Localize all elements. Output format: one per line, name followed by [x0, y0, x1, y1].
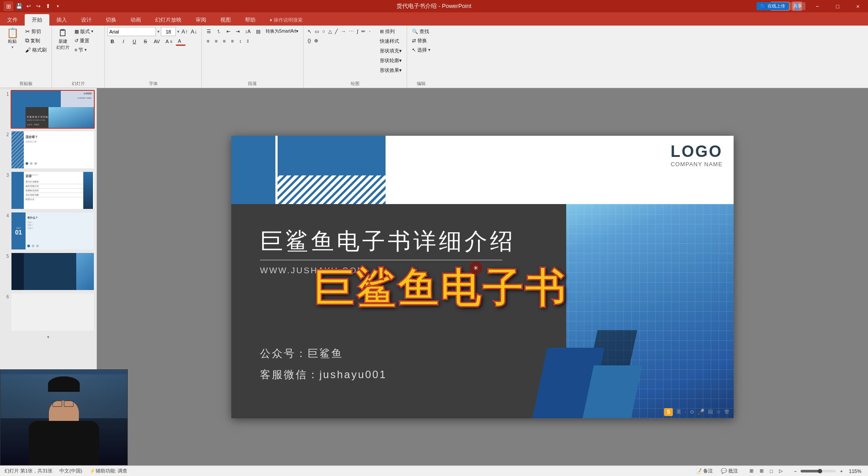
- convert-smartart-button[interactable]: 转换为SmartArt▾: [263, 27, 300, 36]
- justify-button[interactable]: ≡: [229, 37, 236, 45]
- shape-callout-button[interactable]: ⬝: [367, 27, 373, 36]
- zoom-in-button[interactable]: +: [838, 467, 845, 476]
- tab-slideshow[interactable]: 幻灯片放映: [148, 14, 189, 26]
- slide-thumb-1[interactable]: 1 LOGO COMPANY NAME 巨鲨鱼电子书详细介绍 WWW.JUSHA…: [2, 90, 95, 129]
- online-upload-button[interactable]: 🔵 在线上传: [757, 2, 789, 10]
- tab-animations[interactable]: 动画: [123, 14, 148, 26]
- font-color-button[interactable]: A: [176, 37, 185, 46]
- copy-button[interactable]: ⧉ 复制: [23, 36, 49, 45]
- redo-icon[interactable]: ↪: [34, 2, 42, 10]
- scroll-indicator: ▼: [2, 333, 95, 341]
- font-size-arrow[interactable]: ▾: [177, 29, 179, 34]
- underline-button[interactable]: U: [130, 37, 139, 46]
- tab-design[interactable]: 设计: [74, 14, 99, 26]
- shape-freeform-button[interactable]: ✏: [360, 27, 367, 36]
- minimize-button[interactable]: −: [807, 0, 827, 12]
- shape-outline-button[interactable]: 形状轮廓▾: [378, 56, 404, 65]
- increase-font-button[interactable]: A↑: [181, 27, 189, 36]
- align-left-button[interactable]: ≡: [204, 37, 211, 45]
- replace-button[interactable]: ⇄ 替换: [410, 36, 433, 45]
- decrease-font-button[interactable]: A↓: [190, 27, 198, 36]
- section-label: 节: [78, 47, 83, 53]
- section-button[interactable]: ≡ 节 ▾: [72, 45, 96, 54]
- text-shadow-button[interactable]: As: [163, 37, 174, 46]
- sogou-icon: S: [664, 408, 673, 416]
- shape-arrow-button[interactable]: →: [340, 27, 347, 36]
- close-button[interactable]: ×: [848, 0, 868, 12]
- tab-transitions[interactable]: 切换: [99, 14, 123, 26]
- cut-button[interactable]: ✂ 剪切: [23, 27, 49, 36]
- office-icon[interactable]: ⊞: [4, 1, 13, 11]
- layout-button[interactable]: ▦ 版式 ▾: [72, 27, 96, 36]
- shape-curve-button[interactable]: ∫: [356, 27, 360, 36]
- shape-fill-button[interactable]: 形状填充▾: [378, 46, 404, 55]
- shape-circle-button[interactable]: ○: [321, 27, 326, 36]
- bullet-list-button[interactable]: ☰: [204, 27, 213, 36]
- shape-rect-button[interactable]: ▭: [313, 27, 320, 36]
- align-center-button[interactable]: ≡: [212, 37, 219, 45]
- slide-sorter-button[interactable]: ⊞: [757, 467, 766, 476]
- arrange-button[interactable]: ⊞ 排列: [378, 27, 404, 36]
- align-text-button[interactable]: ▤: [254, 27, 263, 36]
- tab-home[interactable]: 开始: [25, 14, 49, 26]
- tab-view[interactable]: 视图: [213, 14, 238, 26]
- slide-thumb-3[interactable]: 3 目录 CONTENTS 货代行业概述 服务范围介绍 收费标准说明 合作流程详…: [2, 171, 95, 210]
- zoom-percent[interactable]: 115%: [847, 467, 864, 476]
- shape-more-button[interactable]: ⋯: [348, 27, 355, 36]
- font-family-arrow[interactable]: ▾: [157, 29, 160, 34]
- format-painter-button[interactable]: 🖌 格式刷: [23, 45, 49, 54]
- bold-button[interactable]: B: [108, 37, 117, 46]
- share-button[interactable]: 共享: [790, 2, 805, 10]
- zoom-out-button[interactable]: −: [792, 467, 799, 476]
- normal-view-button[interactable]: ⊞: [747, 467, 756, 476]
- strikethrough-button[interactable]: S: [141, 37, 150, 46]
- char-spacing-button[interactable]: AV: [152, 37, 162, 46]
- italic-button[interactable]: I: [119, 37, 128, 46]
- slide-thumb-5[interactable]: 5: [2, 252, 95, 291]
- shape-line-button[interactable]: ╱: [334, 27, 339, 36]
- tab-insert[interactable]: 插入: [49, 14, 74, 26]
- slideshow-view-button[interactable]: ▷: [777, 467, 785, 476]
- text-direction-button[interactable]: ↕A: [243, 27, 253, 36]
- upload-icon[interactable]: ⬆: [44, 2, 52, 10]
- slide-thumb-6[interactable]: 6: [2, 293, 95, 331]
- font-family-input[interactable]: [108, 27, 156, 36]
- font-size-input[interactable]: [161, 27, 176, 36]
- undo-icon[interactable]: ↩: [25, 2, 33, 10]
- notes-button[interactable]: 📝 备注: [694, 467, 715, 476]
- increase-indent-button[interactable]: ⇥: [234, 27, 242, 36]
- maximize-button[interactable]: □: [827, 0, 848, 12]
- select-button[interactable]: ↖ 选择 ▾: [410, 45, 433, 54]
- numbered-list-button[interactable]: ⒈: [214, 27, 223, 36]
- quick-styles-button[interactable]: 快速样式: [378, 37, 404, 45]
- slide-thumb-2[interactable]: 2 适合谁？ 适合的人群: [2, 130, 95, 169]
- new-slide-button[interactable]: 🗒 新建幻灯片: [55, 27, 71, 52]
- tab-search[interactable]: ♦ 操作说明搜索: [263, 14, 310, 26]
- slide-canvas[interactable]: LOGO COMPANY NAME 巨鲨鱼电子书详细介绍: [231, 136, 734, 418]
- zoom-slider[interactable]: [801, 470, 836, 472]
- canvas-area[interactable]: LOGO COMPANY NAME 巨鲨鱼电子书详细介绍: [97, 88, 868, 465]
- shape-select-button[interactable]: ↖: [306, 27, 313, 36]
- decrease-indent-button[interactable]: ⇤: [224, 27, 233, 36]
- slide-thumb-4[interactable]: 4 PART 01 有什么？ ·内容一 ·内容二 ·内容三: [2, 212, 95, 250]
- shape-triangle-button[interactable]: △: [327, 27, 333, 36]
- line-spacing-button[interactable]: ↕: [237, 37, 244, 45]
- columns-button[interactable]: ⫴: [245, 37, 251, 45]
- dropdown-arrow-icon[interactable]: ▾: [54, 2, 62, 10]
- window-controls: 🔵 在线上传 共享 − □ ×: [757, 0, 868, 12]
- webcam-overlay: [0, 369, 128, 465]
- tab-review[interactable]: 审阅: [189, 14, 213, 26]
- shape-bracket-button[interactable]: {}: [306, 36, 312, 45]
- align-right-button[interactable]: ≡: [221, 37, 228, 45]
- find-button[interactable]: 🔍 查找: [410, 27, 433, 36]
- reading-view-button[interactable]: □: [768, 467, 775, 476]
- slide-info-container[interactable]: 公众号：巨鲨鱼 客服微信：jushayu001: [260, 343, 387, 385]
- tab-file[interactable]: 文件: [0, 14, 25, 26]
- paste-button[interactable]: 📋 粘贴 ▾: [3, 27, 22, 51]
- tab-help[interactable]: 帮助: [238, 14, 263, 26]
- shape-extra-button[interactable]: ⊕: [313, 36, 319, 45]
- save-icon[interactable]: 💾: [15, 2, 23, 10]
- shape-effects-button[interactable]: 形状效果▾: [378, 66, 404, 74]
- reset-button[interactable]: ↺ 重置: [72, 36, 96, 45]
- comments-button[interactable]: 💬 批注: [719, 467, 740, 476]
